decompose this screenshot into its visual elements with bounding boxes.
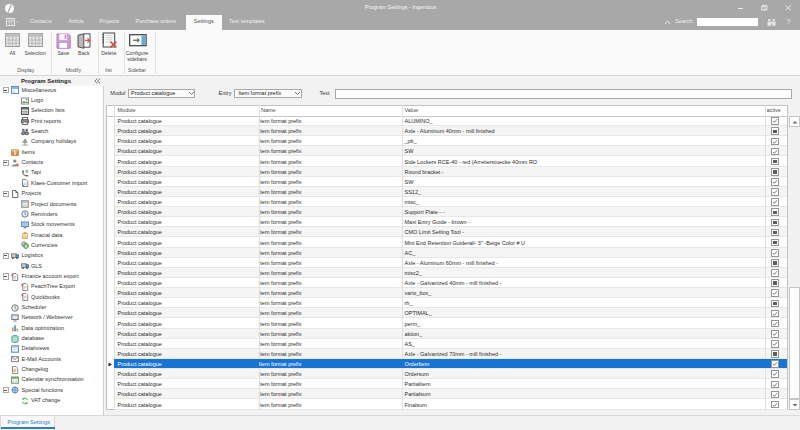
- svg-text:$: $: [25, 245, 27, 249]
